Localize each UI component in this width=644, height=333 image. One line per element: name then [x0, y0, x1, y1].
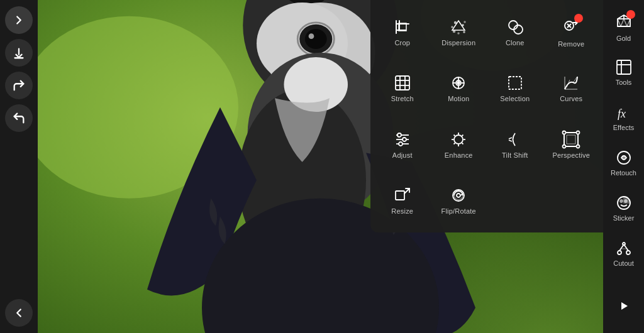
tool-curves[interactable]: Curves	[545, 62, 599, 116]
tool-adjust[interactable]: Adjust	[375, 117, 430, 172]
svg-point-93	[625, 200, 627, 202]
gold-button[interactable]: Gold	[606, 5, 642, 49]
effects-label: Effects	[613, 124, 634, 131]
tool-resize[interactable]: Resize	[375, 174, 430, 228]
svg-point-78	[563, 145, 566, 148]
svg-point-24	[462, 25, 464, 26]
tool-dispersion[interactable]: Dispersion	[432, 5, 486, 59]
svg-point-12	[305, 29, 327, 49]
tool-selection[interactable]: Selection	[488, 62, 542, 116]
svg-point-29	[464, 21, 465, 23]
tool-enhance-label: Enhance	[445, 151, 473, 159]
tool-remove-label: Remove	[558, 40, 584, 48]
tool-crop[interactable]: Crop	[375, 5, 430, 59]
svg-point-56	[454, 135, 463, 144]
svg-point-13	[309, 33, 314, 39]
image-area: Crop Dispersion Clone	[38, 0, 603, 333]
tool-motion-label: Motion	[448, 95, 469, 102]
tools-label: Tools	[616, 79, 632, 86]
retouch-button[interactable]: Retouch	[606, 141, 642, 185]
retouch-label: Retouch	[611, 169, 636, 177]
svg-point-98	[623, 243, 625, 245]
svg-point-26	[464, 31, 465, 33]
svg-line-64	[454, 143, 455, 144]
tool-crop-label: Crop	[394, 39, 410, 46]
svg-point-94	[618, 251, 621, 254]
effects-button[interactable]: fx Effects	[606, 96, 642, 139]
redo-button[interactable]	[5, 72, 33, 99]
svg-point-79	[577, 145, 580, 148]
back-button[interactable]	[5, 299, 33, 327]
tools-button[interactable]: Tools	[606, 50, 642, 94]
svg-point-25	[453, 30, 455, 32]
tool-clone-label: Clone	[506, 39, 525, 46]
sticker-label: Sticker	[613, 214, 635, 222]
tool-tiltshift[interactable]: Tilt Shift	[488, 117, 542, 172]
tool-fliprotate[interactable]: Flip/Rotate	[432, 174, 486, 228]
sticker-button[interactable]: Sticker	[606, 186, 642, 230]
gold-badge	[626, 10, 635, 19]
svg-point-92	[620, 200, 623, 202]
svg-line-65	[509, 138, 512, 139]
tool-fliprotate-label: Flip/Rotate	[441, 207, 476, 215]
svg-point-90	[622, 156, 626, 160]
tool-resize-label: Resize	[391, 207, 413, 215]
svg-rect-67	[564, 133, 578, 146]
svg-point-95	[626, 251, 630, 254]
svg-point-55	[399, 142, 402, 146]
svg-point-54	[402, 138, 406, 141]
left-sidebar	[0, 0, 38, 333]
svg-rect-33	[396, 76, 409, 90]
svg-text:fx: fx	[618, 107, 626, 120]
remove-gold-badge	[574, 14, 583, 23]
undo-button[interactable]	[5, 104, 33, 132]
svg-point-77	[577, 131, 580, 134]
svg-line-63	[462, 134, 464, 136]
svg-marker-100	[621, 302, 628, 310]
cutout-label: Cutout	[613, 259, 633, 267]
more-button[interactable]	[606, 284, 642, 328]
svg-point-82	[457, 194, 460, 197]
tool-curves-label: Curves	[560, 95, 582, 102]
svg-point-28	[452, 26, 453, 28]
tool-tiltshift-label: Tilt Shift	[502, 151, 528, 159]
svg-point-23	[455, 21, 457, 23]
download-button[interactable]	[5, 39, 33, 67]
svg-rect-45	[509, 77, 521, 89]
tool-adjust-label: Adjust	[392, 151, 413, 159]
svg-point-76	[563, 131, 566, 134]
tool-remove[interactable]: Remove	[545, 5, 599, 59]
tool-perspective-label: Perspective	[552, 151, 590, 159]
svg-point-27	[458, 33, 459, 34]
svg-rect-80	[396, 191, 404, 200]
svg-line-66	[509, 140, 512, 141]
tool-enhance[interactable]: Enhance	[432, 117, 486, 172]
tool-motion[interactable]: Motion	[432, 62, 486, 116]
tool-stretch-label: Stretch	[391, 95, 414, 102]
tool-perspective[interactable]: Perspective	[545, 117, 599, 172]
svg-point-44	[457, 82, 460, 84]
cutout-button[interactable]: Cutout	[606, 231, 642, 275]
tool-stretch[interactable]: Stretch	[375, 62, 430, 116]
svg-line-62	[462, 143, 464, 144]
tool-clone[interactable]: Clone	[488, 5, 542, 59]
tool-dispersion-label: Dispersion	[441, 39, 475, 46]
svg-line-61	[454, 134, 455, 136]
forward-button[interactable]	[5, 6, 33, 34]
tool-grid: Crop Dispersion Clone	[370, 0, 603, 232]
svg-point-53	[397, 133, 401, 137]
gold-label: Gold	[616, 35, 631, 42]
right-sidebar: Gold Tools fx Effects Retouch	[603, 0, 644, 333]
tool-selection-label: Selection	[500, 95, 530, 102]
svg-rect-85	[617, 60, 631, 74]
